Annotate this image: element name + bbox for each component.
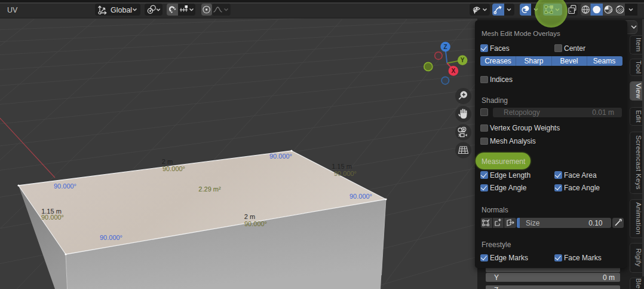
svg-text:Y: Y	[461, 57, 465, 63]
svg-text:2 m: 2 m	[244, 213, 255, 220]
svg-text:2 m: 2 m	[162, 158, 173, 165]
svg-text:Z: Z	[444, 44, 447, 50]
svg-text:90.000°: 90.000°	[162, 165, 185, 172]
svg-text:90.000°: 90.000°	[41, 214, 64, 221]
svg-text:90.000°: 90.000°	[349, 193, 372, 200]
svg-text:1.15 m: 1.15 m	[332, 163, 352, 170]
svg-text:90.000°: 90.000°	[100, 234, 122, 241]
svg-text:90.000°: 90.000°	[54, 182, 76, 190]
svg-text:90.000°: 90.000°	[269, 153, 292, 160]
svg-text:Global: Global	[111, 5, 132, 14]
svg-text:X: X	[452, 68, 456, 74]
svg-text:90.000°: 90.000°	[334, 170, 357, 177]
svg-text:2.29 m²: 2.29 m²	[198, 185, 221, 193]
svg-text:90.000°: 90.000°	[244, 220, 267, 227]
